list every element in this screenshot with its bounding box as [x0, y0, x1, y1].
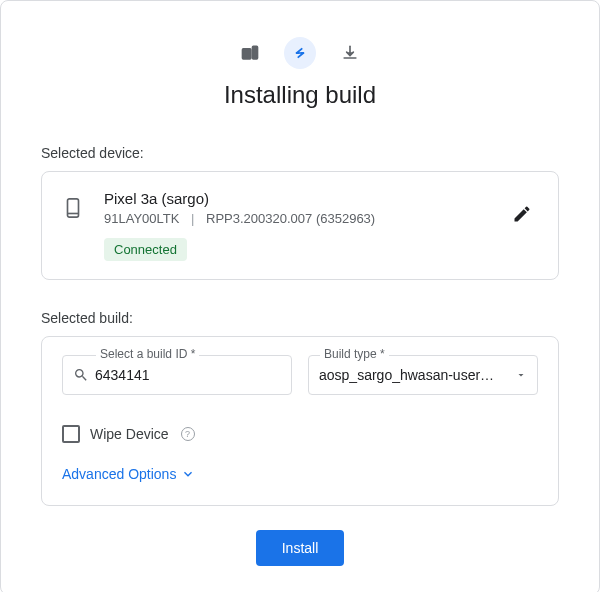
build-id-field-group: Select a build ID *: [62, 355, 292, 395]
svg-point-2: [255, 56, 256, 57]
wipe-device-checkbox[interactable]: [62, 425, 80, 443]
build-type-label: Build type *: [320, 347, 389, 361]
device-name: Pixel 3a (sargo): [104, 190, 486, 207]
build-type-field-group: Build type * aosp_sargo_hwasan-user…: [308, 355, 538, 395]
install-build-card: Installing build Selected device: Pixel …: [0, 0, 600, 592]
wipe-device-row: Wipe Device ?: [62, 425, 538, 443]
step-transfer-icon: [284, 37, 316, 69]
build-id-input[interactable]: [95, 367, 281, 383]
svg-rect-3: [68, 199, 79, 217]
page-title: Installing build: [41, 81, 559, 109]
search-icon: [73, 367, 89, 383]
device-meta: 91LAY00LTK | RPP3.200320.007 (6352963): [104, 211, 486, 226]
chevron-down-icon: [515, 369, 527, 381]
install-row: Install: [41, 530, 559, 566]
device-build-info: RPP3.200320.007 (6352963): [206, 211, 375, 226]
svg-rect-0: [243, 49, 251, 59]
build-type-select[interactable]: aosp_sargo_hwasan-user…: [308, 355, 538, 395]
install-button[interactable]: Install: [256, 530, 345, 566]
build-type-value: aosp_sargo_hwasan-user…: [319, 367, 511, 383]
separator: |: [191, 211, 194, 226]
chevron-down-icon: [180, 466, 196, 482]
step-device-icon: [234, 37, 266, 69]
selected-device-label: Selected device:: [41, 145, 559, 161]
help-icon[interactable]: ?: [181, 427, 195, 441]
selected-build-label: Selected build:: [41, 310, 559, 326]
device-card: Pixel 3a (sargo) 91LAY00LTK | RPP3.20032…: [41, 171, 559, 280]
build-fields-row: Select a build ID * Build type * aosp_sa…: [62, 355, 538, 395]
pencil-icon: [512, 204, 532, 224]
device-info: Pixel 3a (sargo) 91LAY00LTK | RPP3.20032…: [104, 190, 486, 261]
phone-icon: [62, 194, 84, 226]
status-badge: Connected: [104, 238, 187, 261]
build-id-label: Select a build ID *: [96, 347, 199, 361]
build-id-input-wrap[interactable]: [62, 355, 292, 395]
build-card: Select a build ID * Build type * aosp_sa…: [41, 336, 559, 506]
step-indicator-row: [41, 37, 559, 69]
step-download-icon: [334, 37, 366, 69]
edit-device-button[interactable]: [506, 198, 538, 233]
wipe-device-label: Wipe Device: [90, 426, 169, 442]
device-serial: 91LAY00LTK: [104, 211, 179, 226]
advanced-options-toggle[interactable]: Advanced Options: [62, 466, 196, 482]
advanced-options-label: Advanced Options: [62, 466, 176, 482]
